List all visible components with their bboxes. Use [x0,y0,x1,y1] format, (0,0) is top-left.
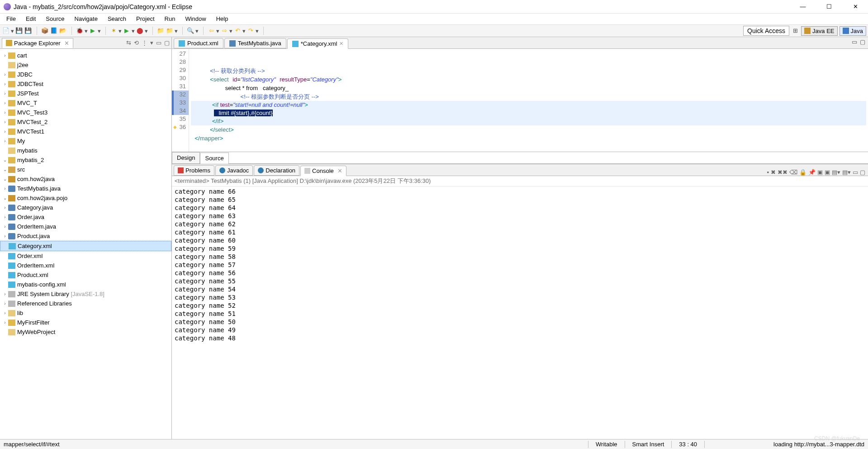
display-selected-icon[interactable]: ▣ [825,169,830,176]
source-tab[interactable]: Source [200,153,228,164]
remove-all-icon[interactable]: ✖ [771,169,776,176]
menu-help[interactable]: Help [212,14,233,24]
lib-folder: ›lib [0,308,171,318]
new-java-icon[interactable]: ✶ [109,27,118,35]
code-content[interactable]: <!-- 获取分类列表 --> <select id="listCategory… [189,49,868,152]
next-annotation-icon[interactable]: ⇨ [220,27,228,35]
new-package-icon[interactable]: 📦 [41,27,49,35]
maximize-button[interactable]: ☐ [820,3,838,10]
minimize-bottom-icon[interactable]: ▭ [853,169,858,176]
project-jdbctest: ›JDBCTest [0,79,171,89]
close-console-icon[interactable]: ✕ [337,167,342,174]
design-tab[interactable]: Design [172,152,200,163]
tab-category-xml[interactable]: *Category.xml✕ [287,38,349,49]
tab-problems[interactable]: Problems [174,165,214,176]
project-tree[interactable]: ›cart j2ee ›JDBC ›JDBCTest ›JSPTest ›MVC… [0,49,171,439]
watermark: CSDN @fukuanDe [814,435,860,439]
show-console-icon[interactable]: ▣ [817,169,823,176]
clear-console-icon[interactable]: ⌫ [789,169,797,176]
package-how2java-pojo: ⌄com.how2java.pojo [0,193,171,203]
project-my: ›My [0,136,171,146]
menu-navigate[interactable]: Navigate [70,14,102,24]
close-tab-icon[interactable]: ✕ [339,41,343,47]
tab-declaration[interactable]: Declaration [254,165,299,176]
new-file-icon[interactable]: 📁 [166,27,174,35]
open-console-icon[interactable]: ▤▾ [832,169,840,176]
editor-mode-tabs: Design Source [172,152,868,164]
package-explorer-icon [6,40,12,46]
remove-launch-icon[interactable]: ▪ [767,169,769,176]
maximize-bottom-icon[interactable]: ▢ [860,169,865,176]
debug-icon[interactable]: 🐞 [76,27,84,35]
project-mvctest1: ›MVCTest1 [0,127,171,136]
close-icon[interactable]: ✕ [64,40,69,47]
package-explorer-tab[interactable]: Package Explorer ✕ [2,38,73,48]
minimize-view-icon[interactable]: ▭ [156,39,161,46]
menu-run[interactable]: Run [160,14,180,24]
tab-product-xml[interactable]: Product.xml [174,38,223,48]
open-perspective-icon[interactable]: ⊞ [791,27,799,35]
project-mvctest3: ›MVC_Test3 [0,108,171,117]
run-ext-icon[interactable]: ▶ [123,27,131,35]
project-cart: ›cart [0,51,171,60]
collapse-all-icon[interactable]: ⇆ [126,39,131,46]
file-categoryxml: Category.xml [0,241,171,251]
run-icon[interactable]: ▶ [89,27,97,35]
project-myfirstfilter: ›MyFirstFilter [0,318,171,327]
maximize-view-icon[interactable]: ▢ [164,39,170,46]
new-console-icon[interactable]: ▤▾ [842,169,851,176]
project-jdbc: ›JDBC [0,70,171,79]
quick-access[interactable]: Quick Access [743,26,789,36]
tab-testmybatis[interactable]: TestMybatis.java [224,38,286,48]
scroll-lock-icon[interactable]: 🔒 [799,169,806,176]
coverage-icon[interactable]: ⬤ [136,27,144,35]
minimize-button[interactable]: — [794,3,812,10]
tab-console[interactable]: Console✕ [300,166,346,176]
menu-search[interactable]: Search [103,14,131,24]
menu-project[interactable]: Project [132,14,159,24]
tab-javadoc[interactable]: Javadoc [215,165,253,176]
maximize-editor-icon[interactable]: ▢ [860,38,865,45]
save-icon[interactable]: 💾 [15,27,23,35]
console-title: <terminated> TestMybatis (1) [Java Appli… [172,176,868,186]
console-output[interactable]: category name 66 category name 65 catego… [172,186,868,439]
package-how2java: ⌄com.how2java [0,174,171,184]
minimize-editor-icon[interactable]: ▭ [852,38,857,45]
project-mvctest2: ›MVCTest_2 [0,117,171,127]
file-orderjava: ›Order.java [0,212,171,222]
search-icon[interactable]: 🔍 [186,27,194,35]
project-j2ee: j2ee [0,60,171,70]
saveall-icon[interactable]: 💾 [24,27,32,35]
line-gutter: 27282930313233343536 [172,49,189,152]
editor-tabs: Product.xml TestMybatis.java *Category.x… [172,37,868,49]
src-folder: ⌄src [0,165,171,174]
new-icon[interactable]: 📄 [2,27,10,35]
new-class-icon[interactable]: 📘 [50,27,58,35]
menu-source[interactable]: Source [41,14,69,24]
file-orderxml: Order.xml [0,251,171,261]
menu-file[interactable]: File [2,14,20,24]
remove-all-terminated-icon[interactable]: ✖✖ [778,169,787,176]
pin-console-icon[interactable]: 📌 [808,169,816,176]
forward-icon[interactable]: ↷ [247,27,255,35]
link-editor-icon[interactable]: ⟲ [134,39,139,46]
menu-bar: File Edit Source Navigate Search Project… [0,14,868,24]
filter-icon[interactable]: ⋮ [142,39,147,46]
code-editor[interactable]: 27282930313233343536 <!-- 获取分类列表 --> <se… [172,49,868,152]
menu-icon[interactable]: ▾ [150,39,153,46]
open-type-icon[interactable]: 📂 [59,27,67,35]
prev-annotation-icon[interactable]: ⇦ [207,27,215,35]
toolbar: 📄▾ 💾 💾 📦 📘 📂 🐞▾ ▶▾ ✶▾ ▶▾ ⬤▾ 📁 📁▾ 🔍▾ ⇦▾ ⇨… [0,24,868,37]
back-icon[interactable]: ↶ [233,27,242,35]
perspective-java[interactable]: Java [840,26,866,36]
perspective-java-ee[interactable]: Java EE [801,26,837,36]
menu-edit[interactable]: Edit [21,14,40,24]
project-mybatis2: ⌄mybatis_2 [0,155,171,165]
menu-window[interactable]: Window [180,14,210,24]
project-mybatis: mybatis [0,146,171,155]
package-explorer-title: Package Explorer [14,40,61,47]
close-button[interactable]: ✕ [846,3,864,10]
file-testmybatis: ›TestMybatis.java [0,184,171,193]
project-mvct: ›MVC_T [0,98,171,108]
new-folder-icon[interactable]: 📁 [157,27,165,35]
